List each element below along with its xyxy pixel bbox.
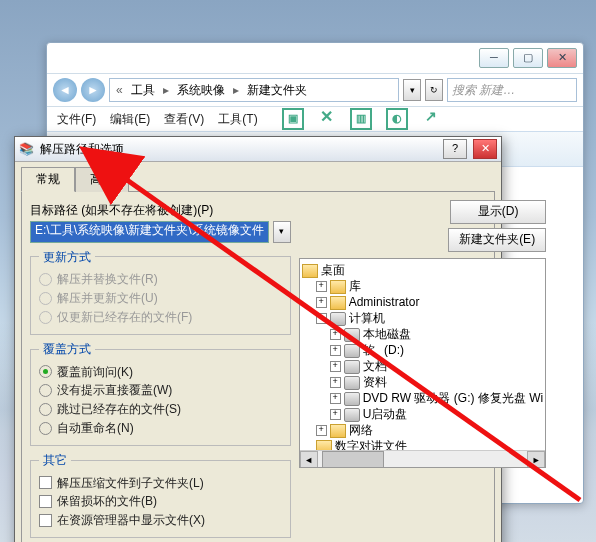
dialog-title: 解压路径和选项 [40,141,437,158]
tool-icon-5[interactable]: ↗ [422,108,440,126]
expand-icon[interactable]: + [316,281,327,292]
dialog-help-icon[interactable]: ? [443,139,467,159]
explorer-minimize[interactable]: ─ [479,48,509,68]
nav-back-icon[interactable]: ◄ [53,78,77,102]
breadcrumb[interactable]: 系统映像 [175,82,227,99]
desktop-icon [302,264,318,278]
radio-auto-rename[interactable]: 自动重命名(N) [39,420,282,437]
address-dropdown[interactable]: ▾ [403,79,421,101]
breadcrumb[interactable]: 新建文件夹 [245,82,309,99]
menu-file[interactable]: 文件(F) [57,111,96,128]
search-input[interactable]: 搜索 新建… [447,78,577,102]
nav-fwd-icon[interactable]: ► [81,78,105,102]
folder-tree[interactable]: 桌面 +库 +Administrator −计算机 +本地磁盘 +软 (D:) … [299,258,546,468]
menu-tools[interactable]: 工具(T) [218,111,257,128]
dialog-close[interactable]: ✕ [473,139,497,159]
radio-extract-replace[interactable]: 解压并替换文件(R) [39,271,282,288]
menu-edit[interactable]: 编辑(E) [110,111,150,128]
menu-view[interactable]: 查看(V) [164,111,204,128]
winrar-icon: 📚 [19,141,34,158]
path-input[interactable]: E:\工具\系统映像\新建文件夹\系统镜像文件 [30,221,269,243]
tool-icon-2[interactable]: ✕ [318,108,336,126]
tool-icon-4[interactable]: ◐ [386,108,408,130]
radio-ask-before[interactable]: 覆盖前询问(K) [39,364,282,381]
check-keep-broken[interactable]: 保留损坏的文件(B) [39,493,282,510]
path-label: 目标路径 (如果不存在将被创建)(P) [30,202,291,219]
path-dropdown[interactable]: ▾ [273,221,291,243]
display-button[interactable]: 显示(D) [450,200,546,224]
overwrite-group: 覆盖方式 覆盖前询问(K) 没有提示直接覆盖(W) 跳过已经存在的文件(S) 自… [30,341,291,446]
computer-icon [330,312,346,326]
radio-extract-update[interactable]: 解压并更新文件(U) [39,290,282,307]
address-refresh-icon[interactable]: ↻ [425,79,443,101]
tool-icon-1[interactable]: ▣ [282,108,304,130]
tab-general[interactable]: 常规 [21,167,75,192]
radio-overwrite-noask[interactable]: 没有提示直接覆盖(W) [39,382,282,399]
address-bar[interactable]: « 工具▸ 系统映像▸ 新建文件夹 [109,78,399,102]
check-show-explorer[interactable]: 在资源管理器中显示文件(X) [39,512,282,529]
tree-scrollbar[interactable]: ◄► [300,450,545,467]
update-group: 更新方式 解压并替换文件(R) 解压并更新文件(U) 仅更新已经存在的文件(F) [30,249,291,335]
tab-advanced[interactable]: 高级 [75,167,129,192]
explorer-maximize[interactable]: ▢ [513,48,543,68]
new-folder-button[interactable]: 新建文件夹(E) [448,228,546,252]
extract-dialog: 📚 解压路径和选项 ? ✕ 常规 高级 目标路径 (如果不存在将被创建)(P) … [14,136,502,542]
misc-group: 其它 解压压缩文件到子文件夹(L) 保留损坏的文件(B) 在资源管理器中显示文件… [30,452,291,538]
network-icon [330,424,346,438]
radio-update-existing[interactable]: 仅更新已经存在的文件(F) [39,309,282,326]
explorer-close[interactable]: ✕ [547,48,577,68]
dvd-icon [344,392,360,406]
check-subfolder[interactable]: 解压压缩文件到子文件夹(L) [39,475,282,492]
radio-skip-existing[interactable]: 跳过已经存在的文件(S) [39,401,282,418]
tool-icon-3[interactable]: ▥ [350,108,372,130]
breadcrumb[interactable]: 工具 [129,82,157,99]
